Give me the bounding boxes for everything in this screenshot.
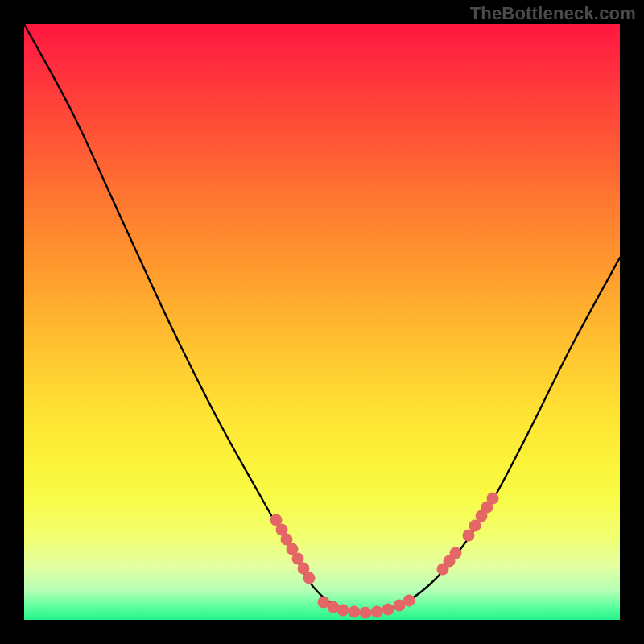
watermark-text: TheBottleneck.com — [470, 3, 636, 24]
bottleneck-curve — [24, 24, 620, 613]
curve-dot — [303, 572, 316, 584]
curve-dot — [487, 493, 499, 505]
chart-svg — [24, 24, 620, 620]
plot-area — [24, 24, 620, 620]
curve-dot — [450, 547, 462, 559]
curve-dot — [337, 605, 349, 617]
curve-dots — [270, 493, 499, 619]
curve-dot — [403, 595, 415, 607]
curve-dot — [382, 604, 394, 616]
curve-dot — [371, 606, 383, 618]
curve-dot — [360, 607, 372, 619]
curve-dot — [349, 606, 361, 618]
